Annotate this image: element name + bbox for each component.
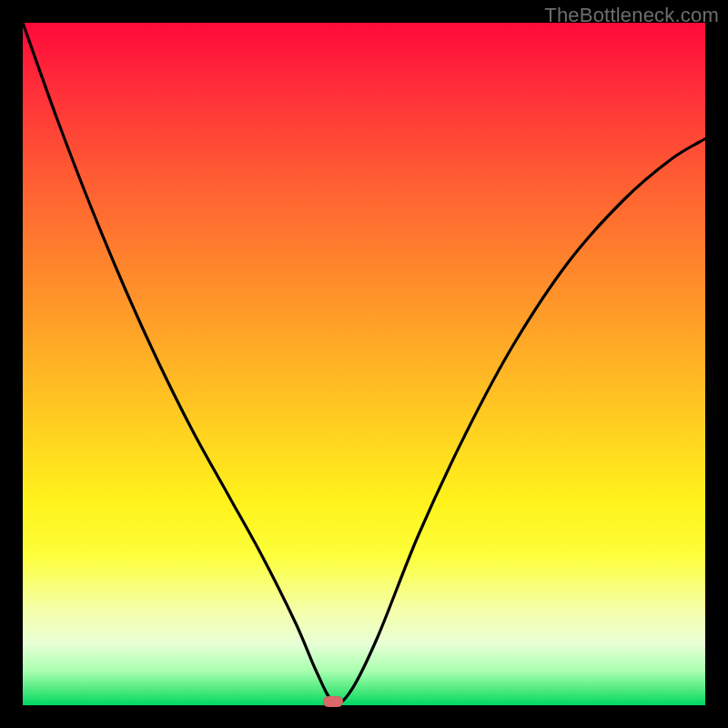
optimal-point-marker xyxy=(323,696,343,707)
watermark-text: TheBottleneck.com xyxy=(544,4,719,27)
plot-area xyxy=(23,23,705,705)
chart-frame: TheBottleneck.com xyxy=(0,0,728,728)
bottleneck-curve xyxy=(23,23,705,703)
curve-svg xyxy=(23,23,705,705)
